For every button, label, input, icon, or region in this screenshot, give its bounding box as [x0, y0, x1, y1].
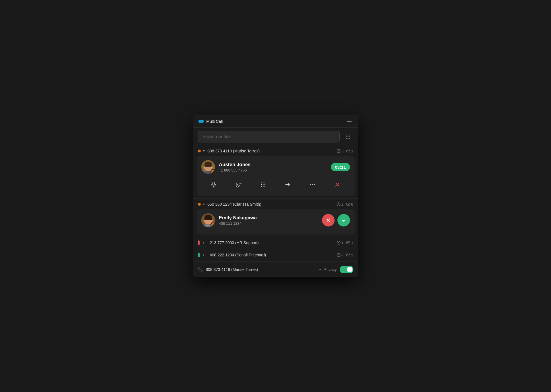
svg-point-30: [263, 184, 264, 185]
group-3-meta: 1 1: [337, 241, 353, 245]
dialpad-action-button[interactable]: [257, 178, 269, 191]
end-call-button[interactable]: [331, 178, 344, 191]
group-2-vm-meta: 0: [346, 202, 353, 207]
divider-2: [193, 237, 358, 237]
minimize-button[interactable]: —: [345, 118, 353, 124]
svg-point-31: [265, 184, 265, 185]
status-dot-3: [198, 240, 200, 245]
call-group-1: ▾ 808 373 4119 (Marise Torres) 3 1: [193, 146, 358, 196]
svg-rect-44: [347, 203, 350, 205]
privacy-label: Privacy: [324, 267, 337, 272]
svg-line-56: [339, 243, 339, 243]
call-group-2-header[interactable]: ▾ 650 360 1234 (Clarissa Smith) 2 0: [193, 199, 358, 209]
call-actions-1: 00: [201, 177, 350, 192]
group-3-clock-count: 1: [341, 241, 343, 245]
dialpad-action-icon: [260, 182, 266, 187]
person-info-austen: Austen Jones +1 888 555 4756: [219, 162, 331, 172]
group-2-meta: 2 0: [337, 202, 353, 207]
dialpad-button[interactable]: [343, 131, 353, 142]
group-1-vm-meta: 1: [346, 149, 353, 153]
clock-icon-4: [337, 253, 341, 257]
group-1-meta: 3 1: [337, 149, 353, 153]
transfer-icon: [285, 181, 291, 188]
group-1-clock-count: 3: [341, 149, 343, 153]
svg-point-29: [261, 184, 262, 185]
svg-point-34: [265, 186, 265, 187]
svg-point-38: [314, 184, 315, 185]
bottom-line-number: 808 373 4119 (Marise Torres): [206, 267, 315, 272]
svg-rect-48: [204, 217, 212, 220]
voicemail-icon-3: [346, 241, 350, 244]
avatar-emily: 📞: [201, 213, 215, 227]
group-4-vm-meta: 2: [346, 253, 353, 257]
divider-3: [193, 249, 358, 249]
clock-icon-3: [337, 241, 341, 245]
hold-button[interactable]: 00: [232, 178, 245, 191]
svg-point-2: [346, 135, 347, 136]
dialpad-icon: [345, 134, 351, 140]
search-input[interactable]: [198, 131, 340, 142]
toggle-knob: [347, 267, 353, 272]
transfer-button[interactable]: [282, 178, 294, 191]
status-dot-4: [198, 253, 200, 257]
call-group-3: › 213 777 2000 (HR Support) 1 1: [193, 238, 358, 248]
search-area: [193, 128, 358, 146]
person-info-emily: Emily Nakagawa 408 111 1234: [219, 215, 322, 226]
group-3-clock-meta: 1: [337, 241, 343, 245]
call-group-4: › 408 222 1234 (Sonali Pritchard) 0 2: [193, 250, 358, 260]
group-1-clock-meta: 3: [337, 149, 343, 153]
group-3-number: 213 777 2000 (HR Support): [210, 240, 337, 245]
incoming-call-indicator: 📞: [210, 222, 215, 227]
svg-point-8: [346, 138, 347, 139]
mute-icon: [210, 181, 217, 188]
mute-button[interactable]: [207, 178, 220, 191]
group-4-meta: 0 2: [337, 253, 353, 257]
svg-rect-18: [204, 164, 212, 167]
group-3-vm-meta: 1: [346, 241, 353, 245]
privacy-toggle[interactable]: [340, 266, 353, 273]
accept-icon: [341, 217, 347, 223]
austen-number: +1 888 555 4756: [219, 168, 331, 172]
group-2-number: 650 360 1234 (Clarissa Smith): [208, 202, 337, 207]
call-group-3-header[interactable]: › 213 777 2000 (HR Support) 1 1: [193, 238, 358, 248]
avatar-austen: 📞: [201, 160, 215, 174]
svg-rect-14: [347, 150, 350, 152]
svg-point-27: [263, 183, 264, 183]
voicemail-icon-4: [346, 254, 350, 256]
emily-name: Emily Nakagawa: [219, 215, 322, 221]
incoming-call-card-2: 📞 Emily Nakagawa 408 111 1234: [197, 209, 355, 234]
call-timer-austen: 03:11: [331, 163, 350, 171]
more-button[interactable]: [306, 178, 319, 191]
reject-call-button[interactable]: [322, 214, 335, 226]
group-2-vm-count: 0: [351, 202, 353, 207]
group-2-clock-count: 2: [341, 202, 343, 207]
call-group-1-header[interactable]: ▾ 808 373 4119 (Marise Torres) 3 1: [193, 146, 358, 156]
call-group-4-header[interactable]: › 408 222 1234 (Sonali Pritchard) 0 2: [193, 250, 358, 260]
bottom-chevron[interactable]: ▾: [319, 268, 321, 271]
status-dot-2: [198, 203, 201, 206]
divider-1: [193, 198, 358, 199]
chevron-1: ▾: [203, 149, 205, 153]
svg-point-26: [261, 183, 262, 183]
svg-point-32: [261, 186, 262, 187]
title-bar: Multi Call —: [193, 115, 358, 128]
group-1-number: 808 373 4119 (Marise Torres): [208, 149, 337, 153]
svg-point-1: [200, 120, 204, 123]
svg-point-19: [204, 166, 205, 169]
svg-rect-22: [213, 182, 214, 185]
call-person-row-1: 📞 Austen Jones +1 888 555 4756 03:11: [201, 160, 350, 174]
voicemail-icon-2: [346, 203, 350, 206]
svg-point-37: [312, 184, 313, 185]
svg-point-28: [265, 183, 265, 183]
window-title: Multi Call: [206, 119, 345, 124]
accept-call-button[interactable]: [337, 214, 350, 226]
svg-point-4: [349, 135, 350, 136]
svg-point-7: [349, 136, 350, 137]
chevron-4: ›: [203, 253, 204, 257]
svg-point-9: [347, 138, 348, 139]
svg-point-6: [347, 136, 348, 137]
austen-name: Austen Jones: [219, 162, 331, 168]
call-person-row-2: 📞 Emily Nakagawa 408 111 1234: [201, 213, 350, 227]
app-logo: [198, 118, 204, 124]
group-4-clock-count: 0: [341, 253, 343, 257]
